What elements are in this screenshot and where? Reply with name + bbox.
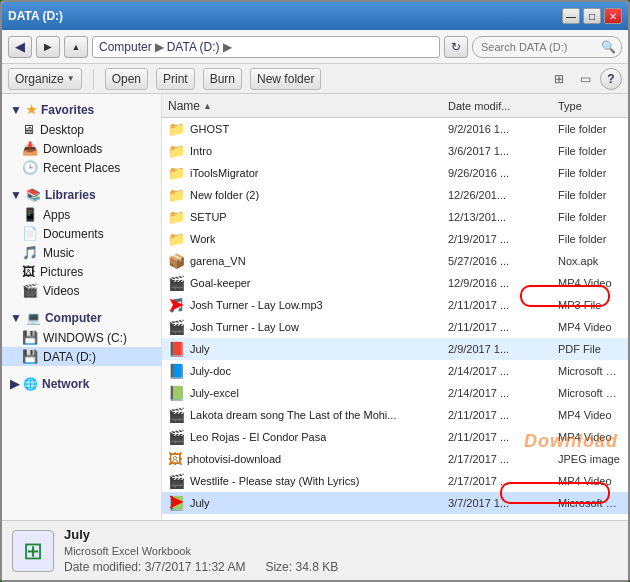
table-row[interactable]: 📗 July-excel 2/14/2017 ... Microsoft Exc… [162,382,628,404]
table-row[interactable]: 📁 GHOST 9/2/2016 1... File folder [162,118,628,140]
libraries-header[interactable]: ▼ 📚 Libraries [2,185,161,205]
table-row[interactable]: 🎬 Westlife - Please stay (With Lyrics) 2… [162,470,628,492]
file-name-text: SETUP [190,211,227,223]
table-row[interactable]: 🎬 Leo Rojas - El Condor Pasa 2/11/2017 .… [162,426,628,448]
downloads-icon: 📥 [22,141,38,156]
view-options-button[interactable]: ⊞ [548,68,570,90]
burn-button[interactable]: Burn [203,68,242,90]
file-name-text: Intro [190,145,212,157]
file-name-text: Josh Turner - Lay Low.mp3 [190,299,323,311]
sidebar-item-videos[interactable]: 🎬 Videos [2,281,161,300]
forward-button[interactable]: ▶ [36,36,60,58]
file-name-text: Lakota dream song The Last of the Mohi..… [190,409,396,421]
path-segment-1[interactable]: Computer [99,40,152,54]
table-row[interactable]: 🎵 Josh Turner - Lay Low.mp3 2/11/2017 ..… [162,294,628,316]
excel-file-icon: 📗 [168,385,185,401]
preview-pane-button[interactable]: ▭ [574,68,596,90]
maximize-button[interactable]: □ [583,8,601,24]
file-date-cell: 5/27/2016 ... [448,255,558,267]
table-row[interactable]: 📘 July-doc 2/14/2017 ... Microsoft Word … [162,360,628,382]
status-file-icon: ⊞ [12,530,54,572]
search-input[interactable] [472,36,622,58]
sidebar-item-apps-label: Apps [43,208,70,222]
table-row[interactable]: 📦 garena_VN 5/27/2016 ... Nox.apk [162,250,628,272]
apps-icon: 📱 [22,207,38,222]
file-list: 📁 GHOST 9/2/2016 1... File folder 📁 Intr… [162,118,628,520]
new-folder-label: New folder [257,72,314,86]
help-button[interactable]: ? [600,68,622,90]
sidebar-item-recent-places[interactable]: 🕒 Recent Places [2,158,161,177]
file-type-cell: PDF File [558,343,622,355]
network-header[interactable]: ▶ 🌐 Network [2,374,161,394]
table-row[interactable]: 📁 iToolsMigrator 9/26/2016 ... File fold… [162,162,628,184]
file-date-cell: 12/9/2016 ... [448,277,558,289]
file-type-cell: Microsoft Excel W... [558,387,622,399]
table-row[interactable]: 🖼 photovisi-download 2/17/2017 ... JPEG … [162,448,628,470]
network-chevron: ▶ [10,377,19,391]
folder-file-icon: 📁 [168,209,185,225]
sidebar-item-music[interactable]: 🎵 Music [2,243,161,262]
file-date-cell: 2/9/2017 1... [448,343,558,355]
sidebar-item-data-d-label: DATA (D:) [43,350,96,364]
sidebar-item-music-label: Music [43,246,74,260]
folder-file-icon: 📁 [168,121,185,137]
column-date-header[interactable]: Date modif... [448,100,558,112]
up-button[interactable]: ▲ [64,36,88,58]
windows-c-icon: 💾 [22,330,38,345]
file-type-cell: MP4 Video [558,277,622,289]
table-row[interactable]: 🎬 Lakota dream song The Last of the Mohi… [162,404,628,426]
sidebar-item-documents[interactable]: 📄 Documents [2,224,161,243]
table-row[interactable]: 📁 Work 2/19/2017 ... File folder [162,228,628,250]
sidebar-item-pictures[interactable]: 🖼 Pictures [2,262,161,281]
file-name-cell: 📗 July-excel [168,385,448,401]
column-name-label: Name [168,99,200,113]
table-row[interactable]: 📕 July 2/9/2017 1... PDF File [162,338,628,360]
path-separator-2: ▶ [223,40,232,54]
table-row[interactable]: 📗 July 3/7/2017 1... Microsoft Excel W..… [162,492,628,514]
close-button[interactable]: ✕ [604,8,622,24]
sidebar-item-downloads[interactable]: 📥 Downloads [2,139,161,158]
main-panel: Name ▲ Date modif... Type 📁 GHOST 9/2/20… [162,94,628,520]
mp4-file-icon: 🎬 [168,429,185,445]
sidebar-item-data-d[interactable]: 💾 DATA (D:) [2,347,161,366]
burn-label: Burn [210,72,235,86]
network-section: ▶ 🌐 Network [2,374,161,394]
music-icon: 🎵 [22,245,38,260]
table-row[interactable]: 🎬 Josh Turner - Lay Low 2/11/2017 ... MP… [162,316,628,338]
file-name-cell: 📗 July [168,495,448,511]
sidebar-item-windows-c[interactable]: 💾 WINDOWS (C:) [2,328,161,347]
refresh-button[interactable]: ↻ [444,36,468,58]
file-type-cell: JPEG image [558,453,622,465]
file-name-text: July [190,343,210,355]
folder-file-icon: 📁 [168,165,185,181]
organize-button[interactable]: Organize ▼ [8,68,82,90]
back-button[interactable]: ◀ [8,36,32,58]
sidebar-item-desktop[interactable]: 🖥 Desktop [2,120,161,139]
computer-header[interactable]: ▼ 💻 Computer [2,308,161,328]
file-date-cell: 9/26/2016 ... [448,167,558,179]
mp4-file-icon: 🎬 [168,275,185,291]
desktop-icon: 🖥 [22,122,35,137]
column-type-header[interactable]: Type [558,100,622,112]
table-row[interactable]: 🎬 Goal-keeper 12/9/2016 ... MP4 Video [162,272,628,294]
table-row[interactable]: 📁 Intro 3/6/2017 1... File folder [162,140,628,162]
file-name-text: July-excel [190,387,239,399]
mp4-file-icon: 🎬 [168,407,185,423]
file-type-cell: File folder [558,233,622,245]
organize-arrow: ▼ [67,74,75,83]
table-row[interactable]: 📁 New folder (2) 12/26/201... File folde… [162,184,628,206]
computer-label: Computer [45,311,102,325]
libraries-label: Libraries [45,188,96,202]
column-name-header[interactable]: Name ▲ [168,99,448,113]
file-name-text: Josh Turner - Lay Low [190,321,299,333]
sidebar-item-apps[interactable]: 📱 Apps [2,205,161,224]
sidebar-item-pictures-label: Pictures [40,265,83,279]
table-row[interactable]: 📁 SETUP 12/13/201... File folder [162,206,628,228]
print-button[interactable]: Print [156,68,195,90]
open-button[interactable]: Open [105,68,148,90]
favorites-header[interactable]: ▼ ★ Favorites [2,100,161,120]
minimize-button[interactable]: — [562,8,580,24]
new-folder-button[interactable]: New folder [250,68,321,90]
path-segment-2[interactable]: DATA (D:) [167,40,220,54]
address-path[interactable]: Computer ▶ DATA (D:) ▶ [92,36,440,58]
